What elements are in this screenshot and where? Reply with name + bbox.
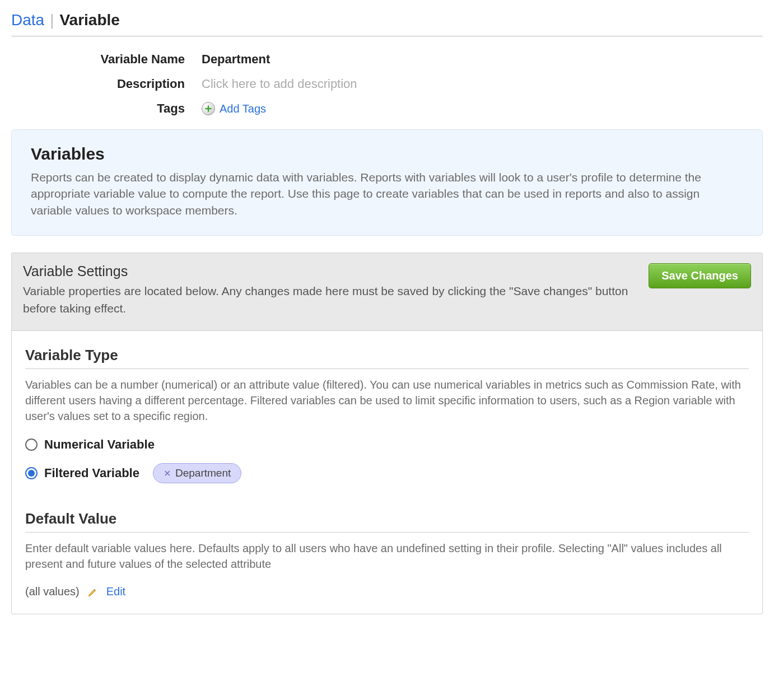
variable-settings-box: Variable Settings Variable properties ar… [11, 253, 763, 614]
breadcrumb-link-data[interactable]: Data [11, 11, 44, 29]
settings-title: Variable Settings [23, 263, 637, 279]
variable-type-title: Variable Type [25, 347, 749, 369]
variable-name-label: Variable Name [11, 52, 202, 67]
radio-filtered-row[interactable]: Filtered Variable ✕ Department [25, 463, 749, 483]
default-value-help: Enter default variable values here. Defa… [25, 540, 749, 572]
save-changes-button[interactable]: Save Changes [649, 263, 751, 288]
variable-type-help: Variables can be a number (numerical) or… [25, 377, 749, 424]
plus-icon [202, 102, 215, 115]
variables-info-panel: Variables Reports can be created to disp… [11, 129, 763, 236]
radio-numerical[interactable] [25, 438, 38, 451]
add-tags-label: Add Tags [220, 102, 266, 115]
edit-default-link[interactable]: Edit [106, 585, 125, 598]
settings-subtitle: Variable properties are located below. A… [23, 283, 637, 317]
info-text: Reports can be created to display dynami… [31, 169, 743, 218]
description-label: Description [11, 77, 202, 91]
default-value-section: Default Value Enter default variable val… [25, 510, 749, 598]
description-placeholder[interactable]: Click here to add description [202, 77, 357, 91]
filter-attribute-name: Department [175, 467, 231, 479]
variable-name-value[interactable]: Department [202, 52, 270, 67]
radio-filtered-label: Filtered Variable [44, 466, 139, 480]
breadcrumb: Data | Variable [11, 11, 763, 36]
filter-attribute-pill[interactable]: ✕ Department [153, 463, 241, 483]
default-value-title: Default Value [25, 510, 749, 533]
radio-filtered[interactable] [25, 467, 38, 479]
close-icon[interactable]: ✕ [164, 468, 171, 479]
variable-meta: Variable Name Department Description Cli… [11, 52, 763, 116]
breadcrumb-current: Variable [59, 11, 119, 29]
breadcrumb-separator: | [50, 11, 54, 29]
info-title: Variables [31, 144, 743, 164]
radio-numerical-row[interactable]: Numerical Variable [25, 437, 749, 452]
default-value-current: (all values) [25, 585, 80, 598]
pencil-icon [87, 586, 99, 598]
tags-label: Tags [11, 101, 202, 116]
variable-type-section: Variable Type Variables can be a number … [25, 347, 749, 483]
add-tags-button[interactable]: Add Tags [202, 102, 266, 115]
radio-numerical-label: Numerical Variable [44, 437, 155, 452]
settings-header: Variable Settings Variable properties ar… [12, 253, 762, 331]
